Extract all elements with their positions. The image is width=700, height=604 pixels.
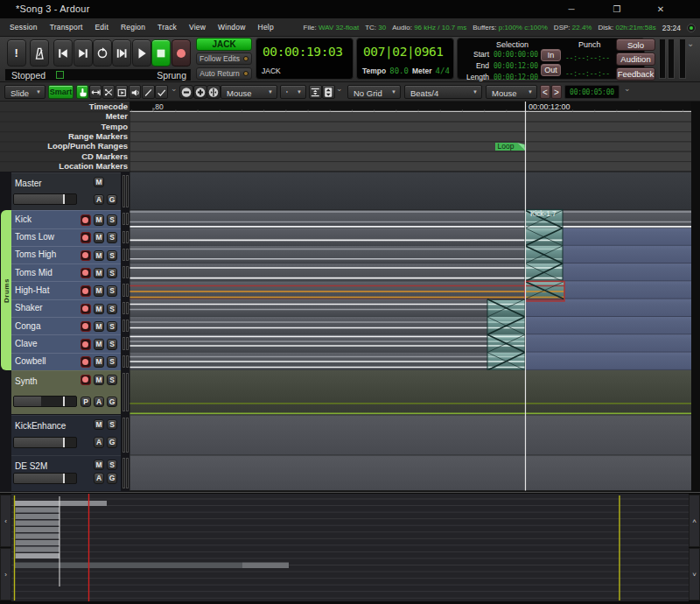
region-shaker-group[interactable] bbox=[487, 299, 525, 370]
feedback-button[interactable]: Feedback bbox=[616, 67, 655, 81]
menu-view[interactable]: View bbox=[183, 18, 212, 37]
punch-value-1[interactable]: --:--:--:-- bbox=[565, 70, 610, 78]
ruler-row[interactable] bbox=[130, 161, 692, 171]
sprung-checkbox[interactable] bbox=[56, 71, 64, 79]
master-track-canvas[interactable] bbox=[130, 172, 692, 211]
track-header-conga[interactable]: CongaSM bbox=[11, 317, 121, 335]
auto-return-button[interactable]: Auto Return bbox=[196, 67, 252, 80]
nav-prev-button[interactable]: < bbox=[540, 85, 550, 99]
sync-source-button[interactable]: JACK bbox=[196, 38, 252, 51]
ruler-label-location-markers[interactable]: Location Markers bbox=[59, 161, 128, 171]
midi-region-cowbell[interactable] bbox=[525, 353, 691, 370]
mute-button[interactable]: M bbox=[94, 356, 105, 368]
track-name-label[interactable]: KickEnhance bbox=[15, 421, 66, 431]
record-arm-button[interactable] bbox=[80, 250, 92, 262]
summary-scroll-right-button[interactable]: › bbox=[0, 548, 11, 600]
solo-button[interactable]: S bbox=[107, 460, 118, 471]
solo-button[interactable]: S bbox=[107, 339, 118, 350]
track-name-label[interactable]: Shaker bbox=[15, 303, 43, 313]
processor-button[interactable]: P bbox=[80, 397, 92, 408]
selection-end-value[interactable]: 00:00:12:00 bbox=[494, 62, 538, 70]
track-header-kick[interactable]: KickSM bbox=[11, 210, 121, 228]
gain-fader[interactable] bbox=[13, 473, 77, 484]
group-button[interactable]: G bbox=[107, 437, 118, 448]
metronome-button[interactable] bbox=[30, 39, 49, 67]
solo-button[interactable]: S bbox=[107, 304, 118, 315]
mute-button[interactable]: M bbox=[94, 285, 105, 297]
track-name-label[interactable]: High-Hat bbox=[15, 285, 49, 295]
ruler-row[interactable] bbox=[130, 151, 692, 161]
mute-button[interactable]: M bbox=[94, 232, 105, 243]
record-arm-button[interactable] bbox=[80, 304, 92, 315]
menu-region[interactable]: Region bbox=[115, 18, 151, 37]
draw-tool-button[interactable] bbox=[142, 85, 155, 99]
mute-button[interactable]: M bbox=[94, 375, 105, 386]
menu-window[interactable]: Window bbox=[212, 18, 251, 37]
stretch-tool-button[interactable] bbox=[102, 85, 116, 99]
summary-scroll-down-button[interactable]: ˅ bbox=[689, 548, 700, 600]
play-button[interactable] bbox=[132, 39, 151, 67]
stop-button[interactable] bbox=[151, 39, 171, 67]
snap-mode-combo[interactable]: Mouse▼ bbox=[486, 85, 537, 99]
punch-in-button[interactable]: In bbox=[541, 49, 561, 61]
menu-help[interactable]: Help bbox=[252, 18, 280, 37]
ruler-label-tempo[interactable]: Tempo bbox=[102, 122, 129, 131]
ruler-label-timecode[interactable]: Timecode bbox=[89, 102, 128, 111]
track-name-label[interactable]: Toms Low bbox=[15, 232, 54, 242]
group-button[interactable]: G bbox=[107, 473, 118, 484]
group-button[interactable]: G bbox=[107, 397, 118, 408]
track-header-de-s2m[interactable]: DE S2MSMGA bbox=[11, 455, 121, 491]
track-name-label[interactable]: Toms Mid bbox=[15, 268, 52, 277]
track-header-toms-mid[interactable]: Toms MidSM bbox=[11, 263, 121, 282]
go-to-start-button[interactable] bbox=[53, 39, 73, 67]
mute-button[interactable]: M bbox=[94, 460, 105, 471]
solo-button[interactable]: Solo bbox=[616, 39, 655, 52]
zoom-to-session-button[interactable] bbox=[206, 85, 220, 99]
gain-fader[interactable] bbox=[13, 193, 77, 205]
record-arm-button[interactable] bbox=[80, 321, 92, 333]
go-to-end-button[interactable] bbox=[74, 39, 93, 67]
vertical-scrollbar[interactable] bbox=[691, 102, 700, 492]
primary-clock[interactable]: 00:00:19:03 JACK bbox=[256, 38, 354, 80]
region-kick-group[interactable] bbox=[525, 209, 563, 281]
record-arm-button[interactable] bbox=[80, 268, 92, 279]
midi-region-toms-high[interactable] bbox=[563, 246, 691, 263]
solo-button[interactable]: S bbox=[107, 268, 118, 279]
track-name-label[interactable]: Clave bbox=[15, 339, 38, 348]
track-name-label[interactable]: Synth bbox=[15, 376, 38, 386]
fit-vertical-button[interactable] bbox=[309, 85, 322, 99]
automation-button[interactable]: A bbox=[94, 194, 105, 206]
record-arm-button[interactable] bbox=[80, 232, 92, 243]
mute-button[interactable]: M bbox=[94, 304, 105, 315]
gain-fader[interactable] bbox=[13, 437, 77, 448]
nudge-chevron-icon[interactable]: ⌄ bbox=[624, 84, 631, 93]
track-header-cowbell[interactable]: CowbellSM bbox=[11, 353, 121, 371]
solo-button[interactable]: S bbox=[107, 250, 118, 262]
track-name-label[interactable]: Cowbell bbox=[15, 356, 46, 366]
record-arm-button[interactable] bbox=[80, 356, 92, 368]
track-header-shaker[interactable]: ShakerSM bbox=[11, 299, 121, 318]
punch-in-button[interactable]: ! bbox=[7, 39, 26, 67]
grid-mode-combo[interactable]: No Grid▼ bbox=[347, 85, 401, 99]
track-canvas-kick[interactable] bbox=[130, 210, 692, 228]
mute-button[interactable]: M bbox=[94, 214, 105, 226]
gain-fader[interactable] bbox=[13, 396, 77, 407]
solo-button[interactable]: S bbox=[107, 321, 118, 333]
solo-button[interactable]: S bbox=[107, 232, 118, 243]
mute-button[interactable]: M bbox=[94, 177, 105, 188]
track-name-label[interactable]: DE S2M bbox=[15, 461, 47, 471]
solo-button[interactable]: S bbox=[107, 419, 118, 431]
grid-division-combo[interactable]: Beats/4▼ bbox=[404, 85, 482, 99]
loop-button[interactable] bbox=[93, 39, 112, 67]
edit-mode-combo[interactable]: Slide▼ bbox=[4, 85, 46, 99]
automation-button[interactable]: A bbox=[94, 437, 105, 448]
ruler-row[interactable] bbox=[130, 111, 692, 121]
track-header-toms-low[interactable]: Toms LowSM bbox=[11, 228, 121, 247]
midi-region-high-hat[interactable] bbox=[564, 281, 691, 298]
solo-button[interactable]: S bbox=[107, 214, 118, 226]
audition-tool-button[interactable] bbox=[129, 85, 142, 99]
punch-value-0[interactable]: --:--:--:-- bbox=[565, 54, 610, 62]
play-range-button[interactable] bbox=[112, 39, 131, 67]
record-arm-button[interactable] bbox=[80, 339, 92, 350]
ruler-label-meter[interactable]: Meter bbox=[106, 111, 129, 121]
